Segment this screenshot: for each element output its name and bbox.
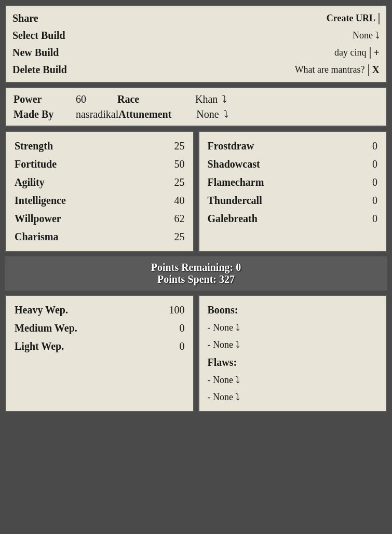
strength-row: Strength 25 (15, 138, 185, 154)
galebreath-value: 0 (357, 213, 377, 225)
intelligence-value: 40 (164, 195, 185, 207)
heavy-wep-row: Heavy Wep. 100 (15, 302, 185, 318)
flamecharm-label: Flamecharm (208, 176, 264, 188)
thundercall-value: 0 (357, 195, 377, 207)
select-build-value: None (353, 30, 373, 41)
race-label: Race (117, 93, 195, 105)
power-value: 60 (76, 93, 117, 105)
new-build-label: New Build (12, 47, 59, 59)
share-row: Share Create URL (12, 10, 380, 26)
flaw2-row: - None ⤵ (208, 390, 378, 405)
select-build-right: None ⤵ (353, 30, 380, 41)
divider-2 (370, 47, 371, 59)
select-build-row: Select Build None ⤵ (12, 28, 380, 44)
shadowcast-label: Shadowcast (208, 158, 260, 170)
shadowcast-row: Shadowcast 0 (208, 156, 378, 172)
medium-wep-row: Medium Wep. 0 (15, 320, 185, 336)
divider-1 (379, 13, 380, 24)
race-dropdown[interactable]: Khan ⤵ (195, 93, 258, 105)
flaw2-dropdown[interactable]: - None ⤵ (208, 392, 240, 403)
charisma-label: Charisma (15, 231, 58, 243)
build-name-value: day cinq (334, 47, 366, 58)
select-build-dropdown[interactable]: None ⤵ (353, 30, 380, 41)
boon2-value: - None (208, 339, 233, 350)
new-build-right: day cinq + (334, 47, 380, 59)
delete-build-label: Delete Build (12, 64, 67, 76)
willpower-label: Willpower (15, 213, 61, 225)
stats-header: Power 60 Race Khan ⤵ Made By nasradikal … (5, 87, 387, 127)
race-value: Khan (195, 93, 218, 105)
divider-3 (368, 64, 369, 76)
flaw2-value: - None (208, 392, 233, 403)
flamecharm-row: Flamecharm 0 (208, 174, 378, 190)
power-race-row: Power 60 Race Khan ⤵ (13, 93, 379, 105)
light-wep-label: Light Wep. (15, 340, 64, 352)
made-by-value: nasradikal (76, 108, 118, 120)
intelligence-label: Intelligence (15, 195, 66, 207)
attunement-dropdown[interactable]: None ⤵ (196, 108, 259, 120)
left-stats-box: Strength 25 Fortitude 50 Agility 25 Inte… (5, 131, 194, 252)
strength-value: 25 (164, 140, 185, 152)
shadowcast-value: 0 (357, 158, 377, 170)
main-container: Share Create URL Select Build None ⤵ New… (5, 5, 387, 412)
boon1-row: - None ⤵ (208, 320, 378, 335)
delete-build-row: Delete Build What are mantras? X (12, 62, 380, 78)
galebreath-label: Galebreath (208, 213, 258, 225)
boon1-chevron-icon: ⤵ (235, 322, 240, 333)
frostdraw-value: 0 (357, 140, 377, 152)
intelligence-row: Intelligence 40 (15, 193, 185, 209)
fortitude-value: 50 (164, 158, 185, 170)
thundercall-label: Thundercall (208, 195, 262, 207)
attunement-label: Attunement (118, 108, 196, 120)
made-by-label: Made By (13, 108, 76, 120)
thundercall-row: Thundercall 0 (208, 193, 378, 209)
heavy-wep-label: Heavy Wep. (15, 304, 68, 316)
delete-build-right: What are mantras? X (295, 64, 380, 76)
flaw1-chevron-icon: ⤵ (235, 375, 240, 386)
medium-wep-value: 0 (164, 322, 185, 334)
power-label: Power (13, 93, 76, 105)
flaw2-chevron-icon: ⤵ (235, 392, 240, 403)
light-wep-row: Light Wep. 0 (15, 338, 185, 354)
plus-button[interactable]: + (374, 47, 380, 59)
share-label: Share (12, 12, 38, 24)
stats-grid: Strength 25 Fortitude 50 Agility 25 Inte… (5, 131, 387, 252)
flamecharm-value: 0 (357, 176, 377, 188)
frostdraw-row: Frostdraw 0 (208, 138, 378, 154)
boon2-row: - None ⤵ (208, 337, 378, 352)
chevron-down-icon: ⤵ (375, 30, 380, 41)
agility-value: 25 (164, 176, 185, 188)
agility-label: Agility (15, 176, 45, 188)
light-wep-value: 0 (164, 340, 185, 352)
attunement-value: None (196, 108, 219, 120)
right-stats-box: Frostdraw 0 Shadowcast 0 Flamecharm 0 Th… (198, 131, 387, 252)
strength-label: Strength (15, 140, 53, 152)
fortitude-row: Fortitude 50 (15, 156, 185, 172)
select-build-label: Select Build (12, 30, 65, 42)
willpower-row: Willpower 62 (15, 211, 185, 227)
galebreath-row: Galebreath 0 (208, 211, 378, 227)
create-url-button[interactable]: Create URL (327, 13, 375, 24)
what-are-mantras-label: What are mantras? (295, 64, 365, 75)
x-button[interactable]: X (372, 64, 380, 76)
points-remaining-text: Points Remaining: 0 (10, 262, 382, 273)
willpower-value: 62 (164, 213, 185, 225)
flaw1-value: - None (208, 375, 233, 386)
create-url-area: Create URL (327, 13, 380, 24)
boon2-dropdown[interactable]: - None ⤵ (208, 339, 240, 350)
flaw1-dropdown[interactable]: - None ⤵ (208, 375, 240, 386)
flaws-label: Flaws: (208, 354, 378, 371)
boon1-dropdown[interactable]: - None ⤵ (208, 322, 240, 333)
boon2-chevron-icon: ⤵ (235, 339, 240, 350)
boons-flaws-box: Boons: - None ⤵ - None ⤵ Flaws: - None ⤵ (198, 295, 387, 412)
points-spent-text: Points Spent: 327 (10, 273, 382, 285)
flaw1-row: - None ⤵ (208, 373, 378, 388)
medium-wep-label: Medium Wep. (15, 322, 77, 334)
points-section: Points Remaining: 0 Points Spent: 327 (5, 256, 387, 291)
frostdraw-label: Frostdraw (208, 140, 254, 152)
fortitude-label: Fortitude (15, 158, 57, 170)
attunement-chevron-icon: ⤵ (223, 108, 228, 120)
charisma-value: 25 (164, 231, 185, 243)
race-chevron-icon: ⤵ (222, 93, 227, 105)
boons-label: Boons: (208, 302, 378, 318)
